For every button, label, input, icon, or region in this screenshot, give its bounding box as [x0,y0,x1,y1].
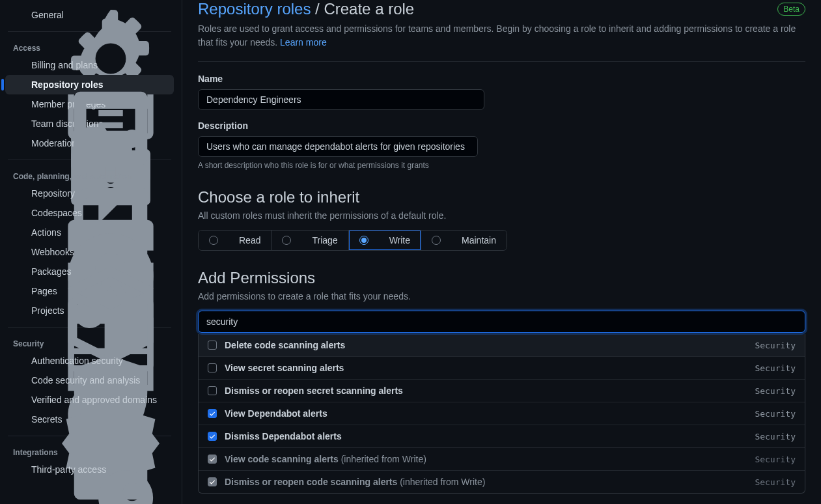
chevron-down-icon [156,208,166,218]
inherit-option-label: Write [389,235,410,245]
permission-row: View code scanning alerts (inherited fro… [199,447,805,470]
sidebar-item-label: General [31,10,166,20]
verified-icon [13,395,23,405]
checkbox-icon[interactable] [208,432,217,441]
description-input[interactable] [198,136,478,157]
permission-row[interactable]: Dismiss or reopen secret scanning alerts… [199,379,805,402]
inherit-option-label: Triage [312,235,337,245]
permission-category: Security [755,477,796,487]
table-icon [13,305,23,316]
breadcrumb-current: Create a role [324,0,414,18]
browser-icon [13,286,23,296]
page-description: Roles are used to grant access and permi… [198,22,805,49]
chevron-down-icon [156,414,166,425]
permissions-list: Delete code scanning alertsSecurityView … [198,334,805,494]
inherit-heading: Choose a role to inherit [198,188,805,206]
breadcrumb-parent-link[interactable]: Repository roles [198,0,311,18]
sidebar-item-label: Secrets [31,414,156,425]
inherit-option-label: Maintain [462,235,496,245]
credit-card-icon [13,60,23,70]
permissions-sub: Add permissions to create a role that fi… [198,291,805,301]
book-icon [223,235,234,245]
checkbox-icon[interactable] [208,386,217,395]
chevron-down-icon [156,227,166,238]
permission-row[interactable]: View secret scanning alertsSecurity [199,356,805,379]
permissions-heading: Add Permissions [198,269,805,287]
radio-icon [432,236,441,245]
radio-icon [282,236,291,245]
sidebar-item-label: Packages [31,266,166,277]
permission-row: Dismiss or reopen code scanning alerts (… [199,470,805,493]
permission-category: Security [755,341,796,350]
id-badge-icon [13,79,23,90]
permission-label: Delete code scanning alerts [225,340,755,350]
inherit-option-read[interactable]: Read [199,231,271,250]
radio-icon [359,236,369,245]
permission-label: View Dependabot alerts [225,408,755,419]
beta-badge: Beta [777,3,805,16]
sidebar-item-label: Codespaces [31,208,156,218]
pencil-icon [374,235,384,245]
inherit-option-write[interactable]: Write [349,231,421,250]
inherit-sub: All custom roles must inherit the permis… [198,210,805,221]
permission-row[interactable]: Delete code scanning alertsSecurity [199,334,805,356]
permission-label: Dismiss or reopen secret scanning alerts [225,385,755,396]
learn-more-link[interactable]: Learn more [280,37,327,48]
key-icon [13,464,23,475]
codespaces-icon [13,208,23,218]
permission-category: Security [755,409,796,419]
permission-row[interactable]: Dismiss Dependabot alertsSecurity [199,425,805,447]
webhook-icon [13,247,23,257]
permission-category: Security [755,363,796,373]
checkbox-icon[interactable] [208,409,217,418]
codescan-icon [13,375,23,385]
divider [198,61,805,62]
description-label: Description [198,120,805,131]
sidebar-item-general[interactable]: General [5,5,174,25]
folder-icon [296,235,307,245]
sidebar-item-label: Code security and analysis [31,375,166,385]
sidebar: General AccessBilling and plansRepositor… [0,0,182,504]
name-label: Name [198,74,805,84]
breadcrumb: Repository roles / Create a role [198,0,414,18]
shield-lock-icon [13,356,23,366]
checkbox-icon[interactable] [208,341,217,350]
checkbox-icon[interactable] [208,363,217,372]
chevron-down-icon [156,188,166,199]
sidebar-item-label: Verified and approved domains [31,395,166,405]
checkbox-icon [208,477,217,486]
permission-row[interactable]: View Dependabot alertsSecurity [199,402,805,425]
main-content: Repository roles / Create a role Beta Ro… [182,0,821,504]
sidebar-item-label: Pages [31,286,166,296]
sidebar-item-repository-roles[interactable]: Repository roles [5,75,174,94]
permission-label: View secret scanning alerts [225,363,755,373]
inherit-option-label: Read [239,235,260,245]
sidebar-item-label: Projects [31,305,166,316]
sidebar-item-label: Authentication security [31,356,166,366]
inherit-option-maintain[interactable]: Maintain [421,231,507,250]
sidebar-item-label: Repository roles [31,79,166,90]
sidebar-item-label: Billing and plans [31,60,166,70]
permission-label: Dismiss or reopen code scanning alerts (… [225,477,755,487]
sidebar-item-label: Actions [31,227,156,238]
sidebar-item-label: Repository [31,188,156,199]
inherit-option-triage[interactable]: Triage [271,231,348,250]
repo-icon [13,188,23,199]
key-asterisk-icon [13,414,23,425]
play-icon [13,227,23,238]
sidebar-item-label: Third-party access [31,464,166,475]
tools-icon [446,235,456,245]
package-icon [13,266,23,277]
permission-label: Dismiss Dependabot alerts [225,431,755,441]
permission-category: Security [755,386,796,396]
checkbox-icon [208,455,217,464]
permission-category: Security [755,432,796,441]
gear-icon [13,10,23,20]
name-input[interactable] [198,89,484,110]
permission-category: Security [755,455,796,464]
sidebar-item-label: Webhooks [31,247,166,257]
permission-label: View code scanning alerts (inherited fro… [225,454,755,464]
radio-icon [209,236,218,245]
description-help: A short description who this role is for… [198,161,805,170]
permissions-search-input[interactable] [198,311,805,333]
